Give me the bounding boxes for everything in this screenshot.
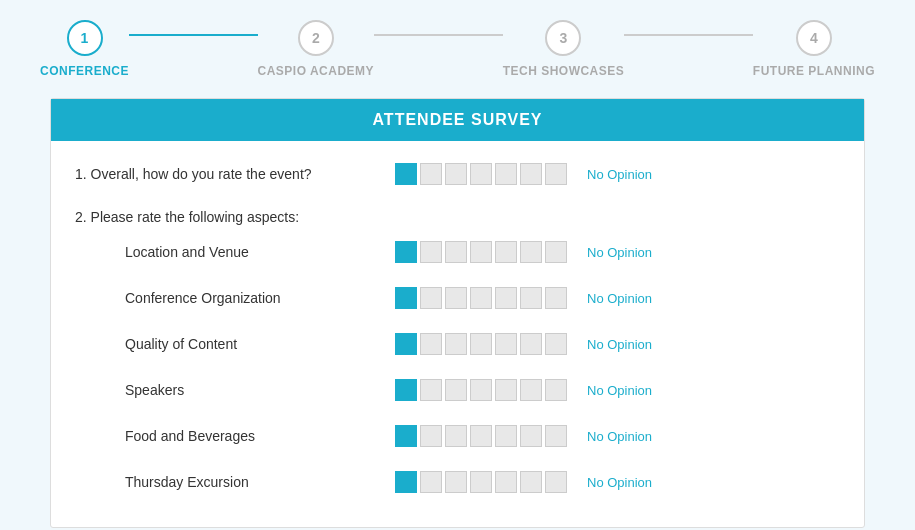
- q1-no-opinion[interactable]: No Opinion: [587, 167, 652, 182]
- q2-org-rating[interactable]: [395, 287, 567, 309]
- q1-box-4[interactable]: [470, 163, 492, 185]
- q2-excursion-box-2[interactable]: [420, 471, 442, 493]
- q2-org-box-2[interactable]: [420, 287, 442, 309]
- step-circle-1: 1: [67, 20, 103, 56]
- q2-food-box-3[interactable]: [445, 425, 467, 447]
- q2-speakers-box-7[interactable]: [545, 379, 567, 401]
- q2-excursion-box-1[interactable]: [395, 471, 417, 493]
- q2-org-text: Conference Organization: [75, 290, 395, 306]
- q1-box-5[interactable]: [495, 163, 517, 185]
- q2-location-box-6[interactable]: [520, 241, 542, 263]
- question-row-q2-location: Location and Venue No Opinion: [75, 235, 840, 269]
- q2-excursion-box-7[interactable]: [545, 471, 567, 493]
- q2-location-box-4[interactable]: [470, 241, 492, 263]
- q2-location-box-5[interactable]: [495, 241, 517, 263]
- step-line-3: [624, 34, 753, 36]
- q2-food-box-5[interactable]: [495, 425, 517, 447]
- q2-food-text: Food and Beverages: [75, 428, 395, 444]
- q2-food-rating[interactable]: [395, 425, 567, 447]
- question-row-q2-excursion: Thursday Excursion No Opinion: [75, 465, 840, 499]
- step-1[interactable]: 1 CONFERENCE: [40, 20, 129, 78]
- q2-content-box-6[interactable]: [520, 333, 542, 355]
- q2-excursion-box-6[interactable]: [520, 471, 542, 493]
- q2-content-box-4[interactable]: [470, 333, 492, 355]
- q2-content-box-2[interactable]: [420, 333, 442, 355]
- q2-content-box-7[interactable]: [545, 333, 567, 355]
- question-row-q2-header: 2. Please rate the following aspects:: [75, 203, 840, 231]
- q2-food-no-opinion[interactable]: No Opinion: [587, 429, 652, 444]
- q2-speakers-box-5[interactable]: [495, 379, 517, 401]
- q2-speakers-rating[interactable]: [395, 379, 567, 401]
- question-row-q2-content: Quality of Content No Opinion: [75, 327, 840, 361]
- q1-text: 1. Overall, how do you rate the event?: [75, 166, 395, 182]
- step-line-1: [129, 34, 258, 36]
- q2-org-box-3[interactable]: [445, 287, 467, 309]
- step-label-4: FUTURE PLANNING: [753, 64, 875, 78]
- step-circle-4: 4: [796, 20, 832, 56]
- q2-speakers-no-opinion[interactable]: No Opinion: [587, 383, 652, 398]
- q2-content-box-1[interactable]: [395, 333, 417, 355]
- q2-food-box-6[interactable]: [520, 425, 542, 447]
- step-label-3: TECH SHOWCASES: [503, 64, 625, 78]
- q2-org-box-6[interactable]: [520, 287, 542, 309]
- q2-header-text: 2. Please rate the following aspects:: [75, 209, 395, 225]
- q2-content-text: Quality of Content: [75, 336, 395, 352]
- q2-speakers-box-3[interactable]: [445, 379, 467, 401]
- q1-rating[interactable]: [395, 163, 567, 185]
- q1-box-7[interactable]: [545, 163, 567, 185]
- q2-content-rating[interactable]: [395, 333, 567, 355]
- q2-food-box-7[interactable]: [545, 425, 567, 447]
- survey-body: 1. Overall, how do you rate the event? N…: [51, 141, 864, 527]
- q2-location-no-opinion[interactable]: No Opinion: [587, 245, 652, 260]
- survey-header: ATTENDEE SURVEY: [51, 99, 864, 141]
- q2-excursion-rating[interactable]: [395, 471, 567, 493]
- q1-box-2[interactable]: [420, 163, 442, 185]
- step-4[interactable]: 4 FUTURE PLANNING: [753, 20, 875, 78]
- q2-location-rating[interactable]: [395, 241, 567, 263]
- step-label-1: CONFERENCE: [40, 64, 129, 78]
- q2-location-box-7[interactable]: [545, 241, 567, 263]
- q2-speakers-box-4[interactable]: [470, 379, 492, 401]
- step-circle-2: 2: [298, 20, 334, 56]
- q1-box-3[interactable]: [445, 163, 467, 185]
- question-row-q1: 1. Overall, how do you rate the event? N…: [75, 157, 840, 191]
- q2-org-box-4[interactable]: [470, 287, 492, 309]
- q2-location-text: Location and Venue: [75, 244, 395, 260]
- q2-food-box-2[interactable]: [420, 425, 442, 447]
- q2-org-box-1[interactable]: [395, 287, 417, 309]
- q2-location-box-3[interactable]: [445, 241, 467, 263]
- q2-org-no-opinion[interactable]: No Opinion: [587, 291, 652, 306]
- q2-location-box-1[interactable]: [395, 241, 417, 263]
- question-row-q2-food: Food and Beverages No Opinion: [75, 419, 840, 453]
- step-3[interactable]: 3 TECH SHOWCASES: [503, 20, 625, 78]
- survey-container: ATTENDEE SURVEY 1. Overall, how do you r…: [50, 98, 865, 528]
- step-circle-3: 3: [545, 20, 581, 56]
- q2-org-box-7[interactable]: [545, 287, 567, 309]
- q1-box-6[interactable]: [520, 163, 542, 185]
- question-row-q2-speakers: Speakers No Opinion: [75, 373, 840, 407]
- q2-speakers-box-2[interactable]: [420, 379, 442, 401]
- step-2[interactable]: 2 CASPIO ACADEMY: [258, 20, 375, 78]
- q2-food-box-1[interactable]: [395, 425, 417, 447]
- q2-org-box-5[interactable]: [495, 287, 517, 309]
- step-label-2: CASPIO ACADEMY: [258, 64, 375, 78]
- q2-excursion-box-4[interactable]: [470, 471, 492, 493]
- q2-excursion-box-3[interactable]: [445, 471, 467, 493]
- q1-box-1[interactable]: [395, 163, 417, 185]
- q2-content-no-opinion[interactable]: No Opinion: [587, 337, 652, 352]
- question-row-q2-org: Conference Organization No Opinion: [75, 281, 840, 315]
- q2-content-box-5[interactable]: [495, 333, 517, 355]
- step-line-2: [374, 34, 503, 36]
- q2-food-box-4[interactable]: [470, 425, 492, 447]
- q2-location-box-2[interactable]: [420, 241, 442, 263]
- q2-excursion-text: Thursday Excursion: [75, 474, 395, 490]
- q2-speakers-text: Speakers: [75, 382, 395, 398]
- q2-content-box-3[interactable]: [445, 333, 467, 355]
- q2-excursion-box-5[interactable]: [495, 471, 517, 493]
- q2-speakers-box-6[interactable]: [520, 379, 542, 401]
- q2-excursion-no-opinion[interactable]: No Opinion: [587, 475, 652, 490]
- stepper: 1 CONFERENCE 2 CASPIO ACADEMY 3 TECH SHO…: [0, 0, 915, 88]
- q2-speakers-box-1[interactable]: [395, 379, 417, 401]
